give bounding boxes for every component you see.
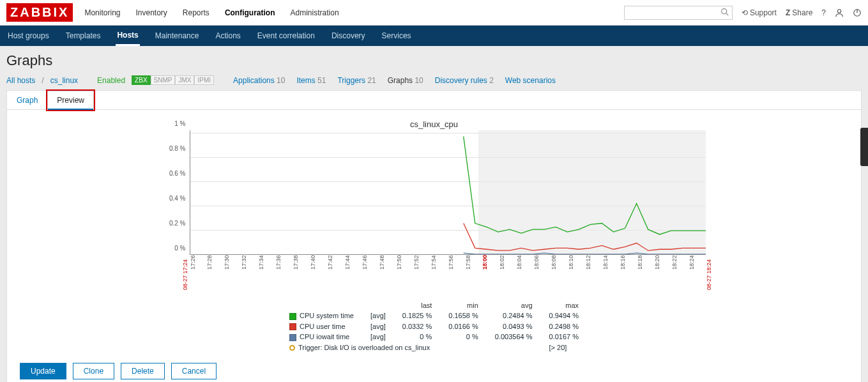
chart-title: cs_linux_cpu xyxy=(163,119,706,129)
x-tick: 17:50 xyxy=(396,255,413,290)
x-axis: 17:2617:2817:3017:3217:3417:3617:3817:40… xyxy=(190,255,706,290)
badge-snmp: SNMP xyxy=(151,75,176,85)
action-buttons: Update Clone Delete Cancel xyxy=(20,363,848,379)
x-tick: 18:14 xyxy=(602,255,620,290)
y-tick: 0.8 % xyxy=(169,145,186,152)
x-tick: 17:32 xyxy=(241,255,258,290)
delete-button[interactable]: Delete xyxy=(121,363,165,379)
legend-row: CPU user time[avg]0.0332 %0.0166 %0.0493… xyxy=(282,322,586,332)
sub-menu-event-correlation[interactable]: Event correlation xyxy=(256,26,316,46)
svg-line-1 xyxy=(726,13,728,15)
tab-preview[interactable]: Preview xyxy=(47,91,94,110)
y-axis: 0 %0.2 %0.4 %0.6 %0.8 %1 % xyxy=(163,130,190,255)
top-menu-reports[interactable]: Reports xyxy=(181,2,211,24)
hostnav-items[interactable]: Items 51 xyxy=(296,76,326,85)
x-tick: 17:38 xyxy=(293,255,310,290)
svg-point-0 xyxy=(722,8,727,13)
top-menu-configuration[interactable]: Configuration xyxy=(223,2,277,24)
sub-menu-actions[interactable]: Actions xyxy=(214,26,241,46)
x-tick: 18:16 xyxy=(620,255,637,290)
svg-point-2 xyxy=(837,9,841,12)
x-tick: 18:02 xyxy=(499,255,516,290)
support-link[interactable]: ⟲ Support xyxy=(742,8,777,17)
breadcrumb-host[interactable]: cs_linux xyxy=(50,76,78,85)
badge-ipmi: IPMI xyxy=(194,75,214,85)
page-title: Graphs xyxy=(6,52,862,69)
help-icon[interactable]: ? xyxy=(821,8,826,17)
y-tick: 0 % xyxy=(174,245,185,252)
x-tick: 18:10 xyxy=(568,255,585,290)
top-bar: ZABBIX MonitoringInventoryReportsConfigu… xyxy=(0,0,868,26)
top-menu-monitoring[interactable]: Monitoring xyxy=(82,2,122,24)
x-tick: 18:24 xyxy=(689,255,706,290)
power-icon[interactable] xyxy=(853,8,862,17)
hostnav-graphs[interactable]: Graphs 10 xyxy=(388,76,423,85)
x-tick: 18:22 xyxy=(671,255,689,290)
legend-header: min xyxy=(441,301,485,310)
sub-menu-services[interactable]: Services xyxy=(381,26,413,46)
x-tick: 18:00 xyxy=(482,255,499,290)
host-context-bar: All hosts / cs_linux Enabled ZBXSNMPJMXI… xyxy=(6,75,862,85)
end-date: 08-27 18:24 xyxy=(706,259,712,290)
trigger-row: Trigger: Disk I/O is overloaded on cs_li… xyxy=(282,343,586,352)
top-right-tools: ⟲ Support Z Share ? xyxy=(624,6,862,20)
breadcrumb-sep: / xyxy=(42,76,43,85)
top-menu-inventory[interactable]: Inventory xyxy=(133,2,169,24)
hostnav-applications[interactable]: Applications 10 xyxy=(233,76,285,85)
sub-menu-discovery[interactable]: Discovery xyxy=(330,26,367,46)
hostnav-web-scenarios[interactable]: Web scenarios xyxy=(505,76,556,85)
form-tabs: GraphPreview xyxy=(6,90,862,109)
x-tick: 17:48 xyxy=(379,255,396,290)
side-scroll-handle[interactable] xyxy=(860,128,868,166)
hostnav-discovery-rules[interactable]: Discovery rules 2 xyxy=(435,76,494,85)
x-tick: 17:56 xyxy=(448,255,465,290)
share-link[interactable]: Z Share xyxy=(786,8,812,17)
top-menu-administration[interactable]: Administration xyxy=(289,2,341,24)
x-tick: 17:40 xyxy=(310,255,327,290)
share-icon: Z xyxy=(786,8,790,17)
sub-menu-maintenance[interactable]: Maintenance xyxy=(154,26,201,46)
top-menu: MonitoringInventoryReportsConfigurationA… xyxy=(82,2,623,24)
y-tick: 0.6 % xyxy=(169,170,186,177)
sub-menu: Host groupsTemplatesHostsMaintenanceActi… xyxy=(0,26,868,46)
badge-zbx: ZBX xyxy=(132,75,150,85)
legend-row: CPU iowait time[avg]0 %0 %0.003564 %0.01… xyxy=(282,332,586,342)
y-tick: 0.4 % xyxy=(169,195,186,202)
sub-menu-host-groups[interactable]: Host groups xyxy=(6,26,50,46)
interface-badges: ZBXSNMPJMXIPMI xyxy=(132,75,214,85)
search-input[interactable] xyxy=(624,6,733,20)
legend-header: last xyxy=(395,301,439,310)
clone-button[interactable]: Clone xyxy=(73,363,114,379)
x-tick: 18:18 xyxy=(637,255,654,290)
host-status: Enabled xyxy=(97,76,125,85)
legend-header: avg xyxy=(487,301,540,310)
x-tick: 17:42 xyxy=(327,255,344,290)
sub-menu-templates[interactable]: Templates xyxy=(65,26,102,46)
x-tick: 18:08 xyxy=(551,255,568,290)
update-button[interactable]: Update xyxy=(20,363,66,379)
logo[interactable]: ZABBIX xyxy=(6,3,73,22)
x-tick: 17:34 xyxy=(258,255,275,290)
x-tick: 17:46 xyxy=(362,255,379,290)
breadcrumb-all-hosts[interactable]: All hosts xyxy=(6,76,35,85)
plot-area xyxy=(190,130,706,255)
support-icon: ⟲ xyxy=(742,8,748,17)
legend-header: max xyxy=(542,301,586,310)
cancel-button[interactable]: Cancel xyxy=(171,363,217,379)
legend-table: lastminavgmax CPU system time[avg]0.1825… xyxy=(280,300,588,353)
support-label: Support xyxy=(750,8,777,17)
tab-graph[interactable]: Graph xyxy=(7,91,47,110)
legend-header xyxy=(282,301,362,310)
user-icon[interactable] xyxy=(835,8,844,17)
x-tick: 17:54 xyxy=(430,255,448,290)
x-tick: 18:04 xyxy=(516,255,533,290)
chart: cs_linux_cpu 0 %0.2 %0.4 %0.6 %0.8 %1 % … xyxy=(163,119,706,353)
x-tick: 17:36 xyxy=(275,255,293,290)
x-tick: 18:12 xyxy=(585,255,602,290)
legend-row: CPU system time[avg]0.1825 %0.1658 %0.24… xyxy=(282,311,586,321)
x-tick: 17:30 xyxy=(224,255,241,290)
hostnav-triggers[interactable]: Triggers 21 xyxy=(337,76,376,85)
preview-panel: cs_linux_cpu 0 %0.2 %0.4 %0.6 %0.8 %1 % … xyxy=(6,109,862,382)
x-tick: 17:28 xyxy=(206,255,224,290)
sub-menu-hosts[interactable]: Hosts xyxy=(116,26,139,46)
